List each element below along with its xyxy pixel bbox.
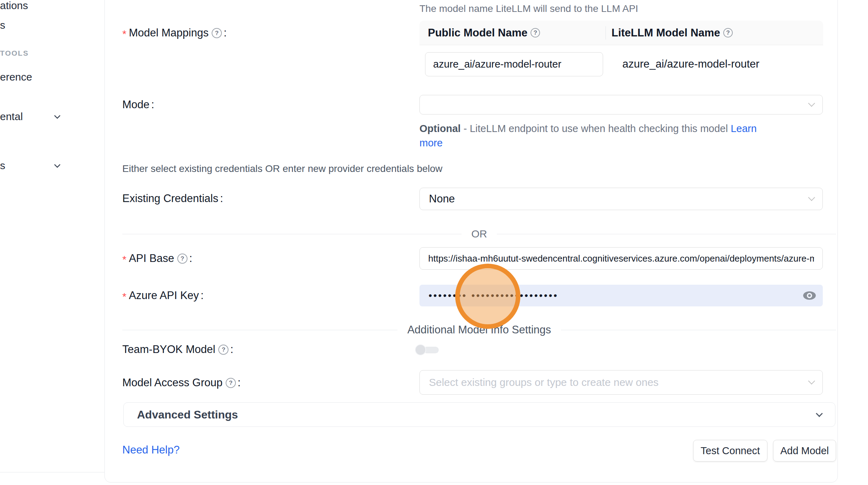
help-icon[interactable]: ? — [531, 28, 540, 37]
chevron-down-icon — [808, 100, 815, 107]
required-asterisk: * — [122, 291, 127, 302]
existing-credentials-select[interactable]: None — [419, 188, 823, 210]
public-model-name-header: Public Model Name — [428, 27, 527, 39]
model-access-group-select[interactable]: Select existing groups or type to create… — [419, 370, 823, 395]
model-access-group-label: Model Access Group ? : — [122, 376, 241, 390]
sidebar-item[interactable]: ations — [0, 0, 28, 12]
team-byok-toggle[interactable] — [415, 344, 439, 355]
sidebar-item[interactable]: ental — [0, 110, 23, 123]
model-mappings-label: * Model Mappings ? : — [122, 26, 227, 40]
credentials-note: Either select existing credentials OR en… — [122, 163, 443, 174]
or-divider: OR — [122, 228, 836, 240]
mode-hint: Optional - LiteLLM endpoint to use when … — [419, 122, 757, 150]
help-icon[interactable]: ? — [226, 378, 236, 388]
table-row: azure_ai/azure-model-router — [419, 45, 823, 84]
chevron-down-icon — [816, 410, 823, 417]
chevron-down-icon — [808, 377, 815, 384]
litellm-model-name-header: LiteLLM Model Name — [611, 27, 720, 39]
sidebar-item[interactable]: s — [0, 159, 5, 172]
existing-credentials-label: Existing Credentials : — [122, 192, 223, 206]
masked-key-value: •••••••• •••••••••••••••••• — [429, 285, 559, 306]
team-byok-label: Team-BYOK Model ? : — [122, 342, 233, 356]
help-icon[interactable]: ? — [218, 345, 228, 355]
toggle-knob — [415, 344, 426, 355]
model-mappings-header: Public Model Name ? LiteLLM Model Name ? — [419, 21, 823, 45]
chevron-down-icon — [54, 112, 60, 119]
azure-api-key-input[interactable]: •••••••• •••••••••••••••••• — [419, 285, 823, 306]
advanced-settings-toggle[interactable]: Advanced Settings — [123, 402, 835, 427]
chevron-down-icon — [54, 161, 60, 168]
mode-select[interactable] — [419, 95, 823, 115]
add-model-panel: The model name LiteLLM will send to the … — [104, 0, 838, 483]
eye-icon — [802, 290, 817, 301]
model-mappings-table: Public Model Name ? LiteLLM Model Name ?… — [419, 21, 823, 84]
required-asterisk: * — [122, 29, 127, 39]
toggle-key-visibility-button[interactable] — [802, 290, 817, 302]
api-base-input[interactable] — [419, 247, 823, 270]
public-model-name-input[interactable] — [425, 52, 603, 76]
required-asterisk: * — [122, 254, 127, 265]
sidebar-section-tools: TOOLS — [0, 49, 29, 58]
help-icon[interactable]: ? — [177, 254, 187, 264]
page: ations s TOOLS erence ental s The model … — [0, 0, 868, 485]
api-base-label: * API Base ? : — [122, 251, 192, 265]
chevron-down-icon — [808, 194, 815, 201]
help-icon[interactable]: ? — [212, 28, 222, 38]
litellm-model-name-value: azure_ai/azure-model-router — [622, 58, 759, 70]
sidebar-divider — [0, 472, 104, 472]
need-help-link[interactable]: Need Help? — [122, 444, 180, 456]
add-model-button[interactable]: Add Model — [773, 440, 836, 462]
model-name-hint: The model name LiteLLM will send to the … — [419, 3, 638, 14]
mode-label: Mode : — [122, 98, 154, 112]
test-connect-button[interactable]: Test Connect — [693, 440, 767, 462]
help-icon[interactable]: ? — [723, 28, 733, 37]
sidebar-item[interactable]: s — [0, 19, 5, 32]
learn-more-link[interactable]: more — [419, 137, 443, 148]
azure-api-key-label: * Azure API Key : — [122, 289, 204, 303]
additional-settings-divider: Additional Model Info Settings — [122, 324, 836, 336]
sidebar: ations s TOOLS erence ental s — [0, 0, 104, 485]
sidebar-item[interactable]: erence — [0, 71, 32, 83]
learn-more-link[interactable]: Learn — [731, 123, 757, 134]
